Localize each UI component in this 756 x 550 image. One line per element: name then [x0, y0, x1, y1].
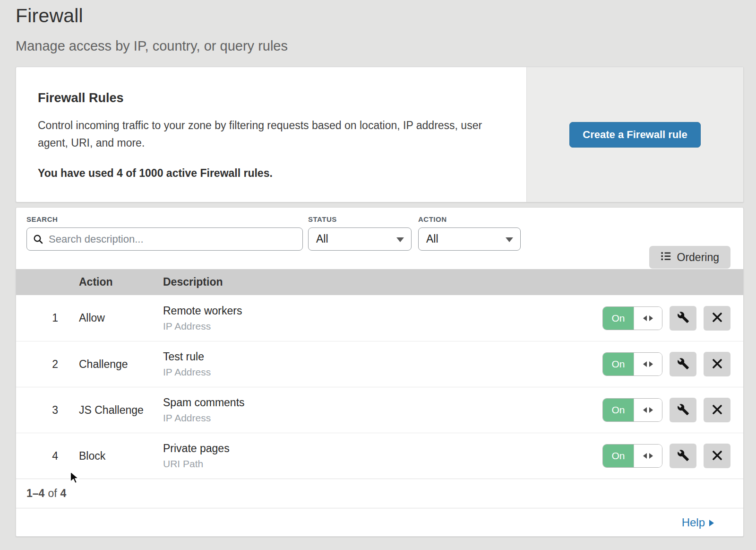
help-arrow-icon	[709, 520, 714, 526]
rule-description: Test rule	[163, 350, 601, 363]
action-filter-group: ACTION All	[418, 215, 521, 269]
rule-priority: 3	[16, 404, 79, 417]
table-row: 3 JS Challenge Spam comments IP Address …	[16, 387, 743, 433]
rule-action: Allow	[79, 312, 163, 324]
table-row: 4 Block Private pages URI Path On	[16, 433, 743, 479]
ordering-button[interactable]: Ordering	[649, 246, 730, 269]
rule-priority: 2	[16, 358, 79, 371]
table-header: Action Description	[16, 269, 743, 295]
firewall-rules-overview-card: Firewall Rules Control incoming traffic …	[16, 67, 744, 202]
help-link[interactable]: Help	[682, 516, 714, 529]
rule-controls: On	[601, 398, 743, 422]
overview-text-panel: Firewall Rules Control incoming traffic …	[16, 67, 526, 202]
page-title: Firewall	[16, 0, 744, 27]
wrench-icon	[677, 449, 689, 463]
rule-enabled-toggle[interactable]: On	[602, 444, 662, 468]
rule-enabled-toggle[interactable]: On	[602, 398, 662, 422]
toggle-knob-arrows-icon	[634, 399, 662, 421]
overview-heading: Firewall Rules	[38, 91, 498, 105]
table-row: 1 Allow Remote workers IP Address On	[16, 295, 743, 341]
rule-match-type: IP Address	[163, 412, 601, 424]
overview-description: Control incoming traffic to your zone by…	[38, 117, 491, 152]
wrench-icon	[677, 358, 689, 371]
list-icon	[661, 251, 671, 264]
pagination-range: 1–4	[26, 487, 44, 500]
rule-action: Challenge	[79, 358, 163, 371]
rule-enabled-toggle[interactable]: On	[602, 306, 662, 330]
toggle-knob-arrows-icon	[634, 353, 662, 375]
rule-action: Block	[79, 450, 163, 463]
card-footer: Help	[16, 508, 743, 536]
rule-controls: On	[601, 352, 743, 376]
wrench-icon	[677, 403, 689, 417]
delete-rule-button[interactable]	[704, 306, 730, 331]
chevron-down-icon	[396, 237, 404, 242]
action-column-header: Action	[79, 276, 163, 288]
status-label: STATUS	[308, 215, 412, 223]
firewall-rules-list-card: SEARCH STATUS All ACTION All	[16, 207, 744, 537]
rule-match-type: IP Address	[163, 367, 601, 378]
pagination-total: 4	[60, 487, 67, 500]
delete-rule-button[interactable]	[704, 444, 730, 468]
overview-usage-count: You have used 4 of 1000 active Firewall …	[38, 167, 498, 180]
toggle-on-label: On	[603, 307, 634, 330]
edit-rule-button[interactable]	[670, 444, 696, 468]
search-label: SEARCH	[26, 215, 303, 223]
wrench-icon	[677, 311, 689, 325]
edit-rule-button[interactable]	[670, 352, 696, 376]
overview-action-panel: Create a Firewall rule	[526, 67, 743, 202]
toggle-knob-arrows-icon	[634, 307, 662, 330]
status-selected-value: All	[316, 233, 328, 245]
search-filter-group: SEARCH	[26, 215, 303, 269]
rule-description: Spam comments	[163, 396, 601, 409]
x-icon	[712, 358, 723, 371]
pagination: 1–4 of 4	[16, 479, 743, 508]
pagination-of: of	[44, 487, 60, 500]
page-subtitle: Manage access by IP, country, or query r…	[16, 38, 744, 54]
filters-bar: SEARCH STATUS All ACTION All	[16, 208, 743, 269]
rule-match-type: IP Address	[163, 321, 601, 332]
chevron-down-icon	[506, 237, 513, 242]
toggle-on-label: On	[603, 399, 634, 421]
help-link-label: Help	[682, 516, 705, 529]
toggle-on-label: On	[603, 445, 634, 467]
x-icon	[712, 450, 723, 463]
rule-priority: 4	[16, 450, 79, 463]
description-column-header: Description	[163, 276, 601, 288]
rule-description: Remote workers	[163, 305, 601, 317]
rule-action: JS Challenge	[79, 404, 163, 417]
toggle-knob-arrows-icon	[634, 445, 662, 467]
rule-match-type: URI Path	[163, 458, 601, 470]
rule-description-cell: Remote workers IP Address	[163, 305, 601, 332]
search-input[interactable]	[26, 227, 303, 251]
status-select[interactable]: All	[308, 227, 412, 251]
table-row: 2 Challenge Test rule IP Address On	[16, 341, 743, 387]
rule-description: Private pages	[163, 442, 601, 455]
action-select[interactable]: All	[418, 227, 521, 251]
x-icon	[712, 404, 723, 417]
rule-description-cell: Spam comments IP Address	[163, 396, 601, 424]
edit-rule-button[interactable]	[670, 398, 696, 422]
edit-rule-button[interactable]	[670, 306, 696, 331]
ordering-button-label: Ordering	[677, 251, 719, 264]
rule-controls: On	[601, 444, 743, 468]
search-icon	[33, 234, 44, 247]
rule-priority: 1	[16, 312, 79, 324]
delete-rule-button[interactable]	[704, 352, 730, 376]
action-selected-value: All	[426, 233, 438, 245]
action-label: ACTION	[418, 215, 521, 223]
x-icon	[712, 312, 723, 324]
status-filter-group: STATUS All	[308, 215, 412, 269]
create-firewall-rule-button[interactable]: Create a Firewall rule	[569, 122, 700, 148]
rule-controls: On	[601, 306, 743, 331]
delete-rule-button[interactable]	[704, 398, 730, 422]
rule-description-cell: Test rule IP Address	[163, 350, 601, 378]
toggle-on-label: On	[603, 353, 634, 375]
rule-description-cell: Private pages URI Path	[163, 442, 601, 470]
rule-enabled-toggle[interactable]: On	[602, 352, 662, 376]
firewall-page: Firewall Manage access by IP, country, o…	[0, 0, 756, 537]
